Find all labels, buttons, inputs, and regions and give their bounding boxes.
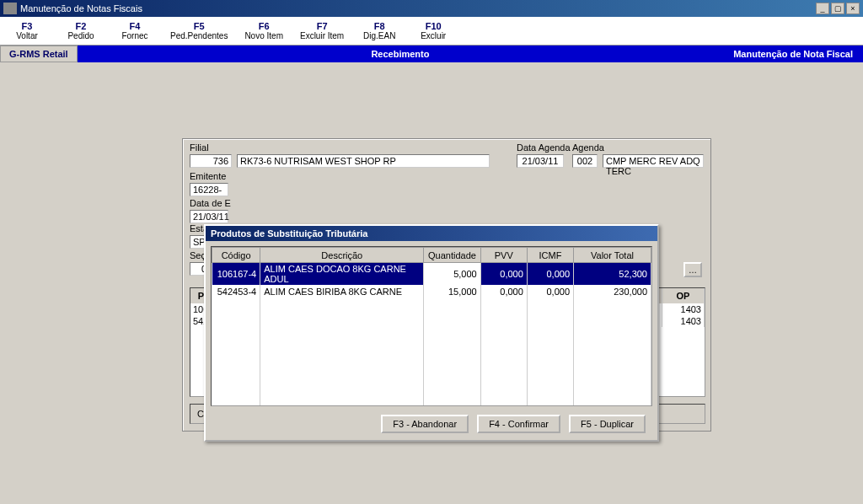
abandonar-button[interactable]: F3 - Abandonar xyxy=(381,415,469,433)
filial-code[interactable]: 736 xyxy=(190,154,232,168)
col-valor-total: Valor Total xyxy=(574,248,651,263)
data-e[interactable]: 21/03/11 xyxy=(190,210,228,223)
agenda-label: Agenda xyxy=(572,142,604,153)
table-row xyxy=(212,352,651,366)
fkey-excluir-item[interactable]: F7 Excluir Item xyxy=(292,17,352,45)
table-row xyxy=(212,312,651,325)
agenda-desc[interactable]: CMP MERC REV ADQ TERC xyxy=(603,154,704,168)
emitente-code[interactable]: 16228- xyxy=(190,183,228,196)
title-bar: Manutenção de Notas Fiscais _ ▢ × xyxy=(0,0,863,17)
app-name: G-RMS Retail xyxy=(0,46,78,62)
col-codigo: Código xyxy=(212,248,260,263)
fkey-fornec[interactable]: F4 Fornec xyxy=(108,17,162,45)
data-agenda[interactable]: 21/03/11 xyxy=(517,154,564,168)
fkey-dig-ean[interactable]: F8 Dig.EAN xyxy=(352,17,406,45)
table-row xyxy=(212,366,651,379)
col-descricao: Descrição xyxy=(260,248,424,263)
dialog-buttons: F3 - Abandonar F4 - Confirmar F5 - Dupli… xyxy=(206,411,657,437)
fkey-toolbar: F3 Voltar F2 Pedido F4 Fornec F5 Ped.Pen… xyxy=(0,17,863,46)
duplicar-button[interactable]: F5 - Duplicar xyxy=(569,415,646,433)
col-pvv: PVV xyxy=(480,248,527,263)
app-icon xyxy=(3,3,17,14)
table-row[interactable]: 542453-4 ALIM CAES BIRIBA 8KG CARNE 15,0… xyxy=(212,285,651,298)
col-icmf: ICMF xyxy=(527,248,573,263)
fkey-ped-pendentes[interactable]: F5 Ped.Pendentes xyxy=(162,17,236,45)
fkey-voltar[interactable]: F3 Voltar xyxy=(0,17,54,45)
maximize-button[interactable]: ▢ xyxy=(831,3,844,14)
screen-title: Manutenção de Nota Fiscal xyxy=(723,49,863,59)
dialog-grid[interactable]: Código Descrição Quantidade PVV ICMF Val… xyxy=(211,246,652,406)
emitente-label: Emitente xyxy=(190,171,226,181)
substituicao-tributaria-dialog: Produtos de Substituição Tributária Códi… xyxy=(204,224,659,442)
col-op: OP xyxy=(662,288,705,303)
data-agenda-label: Data Agenda xyxy=(517,142,571,153)
window-title: Manutenção de Notas Fiscais xyxy=(20,3,816,13)
table-row xyxy=(212,325,651,339)
filial-label: Filial xyxy=(190,142,209,153)
filial-desc[interactable]: RK73-6 NUTRISAM WEST SHOP RP xyxy=(237,154,490,168)
browse-button[interactable]: … xyxy=(683,262,702,277)
fkey-novo-item[interactable]: F6 Novo Item xyxy=(236,17,292,45)
table-row xyxy=(212,393,651,406)
data-e-label: Data de E xyxy=(190,198,231,208)
table-row xyxy=(212,298,651,312)
window-controls: _ ▢ × xyxy=(816,3,860,14)
confirmar-button[interactable]: F4 - Confirmar xyxy=(477,415,560,433)
table-row[interactable]: 106167-4 ALIM CAES DOCAO 8KG CARNE ADUL … xyxy=(212,263,651,286)
table-row xyxy=(212,339,651,352)
workspace: Filial 736 RK73-6 NUTRISAM WEST SHOP RP … xyxy=(0,62,863,504)
dialog-title: Produtos de Substituição Tributária xyxy=(206,226,657,241)
close-button[interactable]: × xyxy=(846,3,860,14)
col-quantidade: Quantidade xyxy=(424,248,480,263)
fkey-excluir[interactable]: F10 Excluir xyxy=(406,17,460,45)
table-row xyxy=(212,379,651,393)
section-title: Recebimento xyxy=(78,49,724,59)
fkey-pedido[interactable]: F2 Pedido xyxy=(54,17,108,45)
minimize-button[interactable]: _ xyxy=(816,3,829,14)
quantidade-input[interactable]: 5,000 xyxy=(424,263,480,286)
agenda-code[interactable]: 002 xyxy=(572,154,598,168)
section-bar: G-RMS Retail Recebimento Manutenção de N… xyxy=(0,46,863,62)
